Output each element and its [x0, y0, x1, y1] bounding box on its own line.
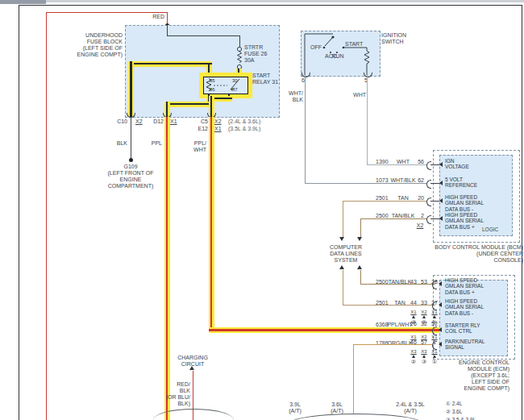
relay-pin87-label: 87 [232, 87, 238, 92]
connector-c5-name: C5 [189, 119, 208, 125]
fuse-icon [235, 46, 243, 70]
wire-pplwht-label: PPL/ WHT [182, 140, 206, 153]
variant-arrow-up-icon [433, 315, 436, 318]
pin-arc-icon [426, 161, 431, 170]
connector-c5-note: (2.4L & 3.6L) [228, 119, 260, 125]
wire-red-label: RED [129, 14, 164, 20]
data-lines-label: COMPUTER DATA LINES SYSTEM [319, 244, 372, 264]
connector-d12-name: D12 [144, 119, 164, 125]
page-border-top [19, 5, 522, 6]
pin-arc-icon [426, 215, 431, 224]
ecm-row1-label: HIGH SPEED GMLAN SERIAL DATA BUS - [445, 298, 484, 316]
pin-arc-icon [426, 180, 431, 189]
wire-blk [131, 117, 131, 159]
ignition-off-label: OFF [307, 44, 322, 51]
wire-wht-label: WHT [345, 92, 366, 98]
bottom-group-39l: 3.9L (A/T) [279, 401, 311, 414]
bcm-row3-conn: X2 [414, 222, 426, 229]
bcm-row3-label: HIGH SPEED GMLAN SERIAL DATA BUS + [445, 212, 484, 230]
connector-e12-conn: X1 [214, 126, 222, 132]
relay-pin85-label: 85 [210, 78, 215, 83]
flow-arrow-down-icon [339, 237, 344, 241]
fuse-label: STRTR FUSE 26 30A [244, 44, 267, 64]
trace-85-down [128, 61, 134, 117]
trace-ppl [164, 117, 170, 420]
bcm-row1-circuit: 1073 [376, 177, 389, 184]
connector-c10-name: C10 [108, 119, 127, 125]
variant-arrow-up-icon [422, 315, 426, 318]
bcm-row1-label: 5 VOLT REFERENCE [445, 177, 477, 189]
wiring-diagram-page: RED UNDERHOOD FUSE BLOCK (LEFT SIDE OF E… [0, 0, 524, 420]
wire-blk-label: BLK [108, 140, 127, 147]
ecm-row3-variant2: ① [428, 359, 441, 365]
bcm-title: BODY CONTROL MODULE (BCM) (UNDER CENTER … [403, 244, 523, 264]
wire-whtblk-v [305, 75, 306, 183]
trace-86-h [164, 102, 212, 107]
wire-2501-v-top [343, 201, 343, 237]
connector-e12-name: E12 [189, 126, 208, 132]
connector-d12-conn: X1 [170, 119, 177, 125]
pin-arc-icon [426, 198, 431, 206]
ecm-row1-conn2: X1 [428, 310, 441, 315]
connector-e12-note: (3.5L & 3.9L) [228, 126, 260, 132]
bottom-group-36l: 3.6L (A/T) [321, 401, 353, 414]
trace-85-h [128, 61, 212, 67]
wire-feed-h [167, 35, 240, 36]
wire-red-left [46, 12, 47, 420]
wire-2500-h-top [360, 218, 427, 219]
variant-arrow-up-icon [412, 355, 415, 358]
trace-pplwht-v [209, 117, 214, 333]
bcm-row2-label: HIGH SPEED GMLAN SERIAL DATA BUS - [445, 194, 484, 212]
wire-2500-v-top [360, 218, 361, 237]
page-border-left [19, 5, 19, 420]
wire-orgblk-h [353, 344, 432, 345]
page-border-right [522, 5, 522, 420]
top-scrollbar-thumb [0, 0, 46, 4]
connector-c10-conn: X2 [135, 119, 143, 125]
variant-arrow-up-icon [412, 315, 415, 318]
flow-arrow-down-icon [357, 237, 362, 241]
wire-ppl-label: PPL [143, 140, 162, 147]
pin-stub [430, 183, 439, 184]
pin-stub [430, 218, 439, 219]
top-edge-bar [0, 0, 524, 2]
bcm-row0-pin: 56 [411, 159, 424, 165]
ignition-switch-title: IGNITION SWITCH [381, 32, 406, 45]
variant-arrow-up-icon [422, 355, 426, 358]
wire-feed-v1 [167, 25, 168, 35]
pin-stub [430, 164, 439, 165]
wire-whtblk-label: WHT/ BLK [282, 90, 303, 103]
wire-2501-v-bot [343, 270, 343, 306]
bottom-group-24-35l: 2.4L & 3.5L (A/T) [385, 401, 435, 414]
variant-arrow-up-icon [433, 355, 436, 358]
wire-2500-v-bot [360, 270, 361, 285]
pin-stub [430, 201, 439, 202]
pin-arrow-icon [439, 181, 443, 185]
fuse-block-title: UNDERHOOD FUSE BLOCK (LEFT SIDE OF ENGIN… [69, 32, 123, 58]
ignition-start-label: START [345, 41, 363, 48]
flow-arrow-up-icon [357, 265, 362, 269]
connector-c5-conn: X2 [214, 119, 222, 125]
legend-line-1: ① 2.4L [446, 401, 462, 406]
pin-arrow-icon [439, 216, 443, 221]
ecm-row1-pin2: 27 [428, 300, 441, 306]
bcm-row0-label: IGN VOLTAGE [445, 158, 469, 170]
bottom-brace-right [287, 414, 426, 420]
ecm-row2-label: STARTER RLY COIL CTRL [445, 322, 480, 335]
trace-pplwht-h [209, 327, 439, 333]
flow-arrow-up-icon [339, 265, 344, 269]
bcm-logic-label: LOGIC [482, 227, 498, 232]
ecm-row3-label: PARK/NEUTRAL SIGNAL [445, 339, 484, 351]
wire-red-top [46, 12, 168, 13]
legend-line-3: ③ 3.5 & 3.9L [446, 417, 476, 420]
wire-orgblk-v [353, 344, 354, 414]
bcm-row1-pin: 62 [411, 177, 424, 184]
relay-label: START RELAY 31 [252, 73, 278, 85]
wire-redblk-label: RED/ BLK (OR BLU/ BLK) [160, 381, 190, 407]
relay-pin30-label: 30 [232, 78, 238, 83]
ecm-row0-pin2: 28 [428, 279, 441, 285]
relay-pin86-label: 86 [210, 87, 215, 92]
legend-line-2: ② 3.6L [446, 409, 462, 414]
pin-arrow-icon [439, 162, 443, 167]
ignition-run-label: RUN [331, 53, 344, 60]
